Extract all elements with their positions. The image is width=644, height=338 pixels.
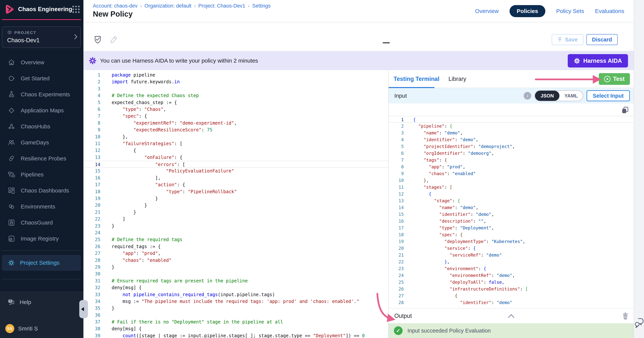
sidebar-item-label: Chaos Dashboards [21,187,69,194]
format-note-icon[interactable]: ♪ [524,92,531,100]
sidebar-item-chaos-dashboards[interactable]: Chaos Dashboards [0,182,84,198]
edit-pencil-icon[interactable] [109,35,118,45]
shield-lock-icon [8,219,16,227]
sidebar-item-label: ChaosHubs [21,123,50,130]
sidebar-item-gamedays[interactable]: GameDays [0,134,84,150]
tab-overview[interactable]: Overview [475,8,499,14]
code-line: 4# Define the expected Chaos step [84,92,388,99]
network-icon [8,123,16,130]
sidebar-item-resilience-probes[interactable]: Resilience Probes [0,150,84,166]
sidebar-item-label: ChaosGuard [21,219,53,226]
page-title: New Policy [93,10,132,18]
policy-shield-check-icon[interactable] [93,35,102,45]
code-line: 5expected_chaos_step := { [84,99,388,106]
line-number: 18 [84,188,105,195]
code-line: 8 "experimentRef": "demo-experiment-id", [84,120,388,127]
line-number: 15 [389,211,408,218]
resource-center-icon[interactable] [634,317,644,329]
sidebar-item-application-maps[interactable]: Application Maps [0,102,84,118]
code-line: 6 "type": "Chaos", [84,106,388,113]
line-number: 2 [389,123,408,130]
line-number: 6 [84,106,105,113]
project-selector[interactable]: PROJECT Chaos-Dev1 [2,26,81,48]
discard-button[interactable]: Discard [586,34,618,45]
code-line: 23} [84,223,388,229]
line-number: 24 [84,229,105,236]
line-number: 3 [84,85,105,92]
line-number: 20 [84,202,105,209]
breadcrumb-link[interactable]: Account: chaos-dev [93,3,138,9]
tab-policy-sets[interactable]: Policy Sets [556,8,584,14]
sidebar-item-image-registry[interactable]: Image Registry [0,231,84,247]
tab-policies[interactable]: Policies [510,5,545,17]
policy-code-editor[interactable]: 1package pipeline2import future.keywords… [84,70,389,338]
breadcrumb-link[interactable]: Settings [252,3,270,9]
line-number: 14 [84,161,105,167]
pipeline-icon [8,171,16,179]
input-label: Input [394,93,407,99]
breadcrumb-link[interactable]: Project: Chaos-Dev1 [198,3,245,9]
right-gutter [634,0,644,338]
harness-aida-button[interactable]: Harness AIDA [568,54,628,68]
code-line: 19 } [84,195,388,202]
brand-divider [2,19,81,20]
line-number: 17 [389,224,408,231]
output-header: Output [389,308,634,323]
select-input-button[interactable]: Select Input [586,90,630,101]
toggle-yaml[interactable]: YAML [560,91,582,101]
sidebar-item-project-settings[interactable]: Project Settings [2,255,81,271]
cube-icon [7,30,12,35]
sidebar-collapse-handle[interactable] [79,300,88,318]
user-menu[interactable]: SS Smriti S [5,324,38,333]
format-toggle[interactable]: JSON YAML [534,90,583,101]
test-button[interactable]: Test [599,73,630,85]
code-line: 24 "environmentRef": "demo", [389,272,634,279]
code-line: 14 "name": "demo", [389,204,634,211]
tab-testing-terminal[interactable]: Testing Terminal [394,76,439,82]
breadcrumb-separator: › [194,3,196,9]
module-switcher-icon[interactable] [72,6,80,13]
breadcrumb-link[interactable]: Organization: default [144,3,191,9]
code-line: 38deny[msg] { [84,325,388,332]
copy-icon[interactable] [621,106,630,114]
line-number: 5 [389,143,408,150]
sidebar-item-chaoshubs[interactable]: ChaosHubs [0,118,84,134]
divider [2,279,81,279]
sidebar-item-label: Pipelines [21,171,44,178]
tab-evaluations[interactable]: Evaluations [595,8,624,14]
line-number: 1 [84,72,105,78]
line-number: 13 [84,154,105,161]
toggle-json[interactable]: JSON [535,91,560,101]
line-number: 20 [389,245,408,252]
svg-text:?: ? [10,299,11,302]
code-line: 7 "tags": { [389,157,634,163]
help-chat-icon: ? [7,298,15,306]
save-button[interactable]: Save [552,34,583,45]
input-json-editor[interactable]: 1{2 "pipeline": {3 "name": "demo",4 "ide… [389,104,634,308]
harness-chaos-logo [4,4,14,14]
code-line: 2import future.keywords.in [84,78,388,85]
active-tab-underline [389,87,434,88]
sidebar-item-chaos-experiments[interactable]: Chaos Experiments [0,86,84,102]
splitter-handle[interactable] [383,42,390,43]
collapse-output-icon[interactable] [508,313,515,318]
sidebar-item-overview[interactable]: Overview [0,54,84,70]
sidebar-item-get-started[interactable]: Get Started [0,70,84,86]
sidebar-item-chaosguard[interactable]: ChaosGuard [0,214,84,231]
aida-banner: You can use Harness AIDA to write your p… [84,51,634,70]
code-line: 6 "orgIdentifier": "demoorg", [389,150,634,157]
trash-icon[interactable] [622,312,629,320]
sidebar-item-pipelines[interactable]: Pipelines [0,166,84,182]
aida-sparkle-icon [574,58,580,64]
sidebar-item-environments[interactable]: Environments [0,198,84,214]
play-icon [604,76,610,82]
help-button[interactable]: ? Help [0,291,84,306]
tab-library[interactable]: Library [448,76,466,82]
gear-icon [8,259,15,266]
code-line: 19 "deploymentType": "Kubernetes", [389,238,634,245]
line-number: 23 [84,223,105,229]
evaluation-result: ✓ Input succeeded Policy Evaluation [389,323,634,338]
code-line: 14 "errors": [ [84,161,388,168]
code-line: 3 [84,85,388,92]
sidebar-item-label: Get Started [21,75,50,82]
